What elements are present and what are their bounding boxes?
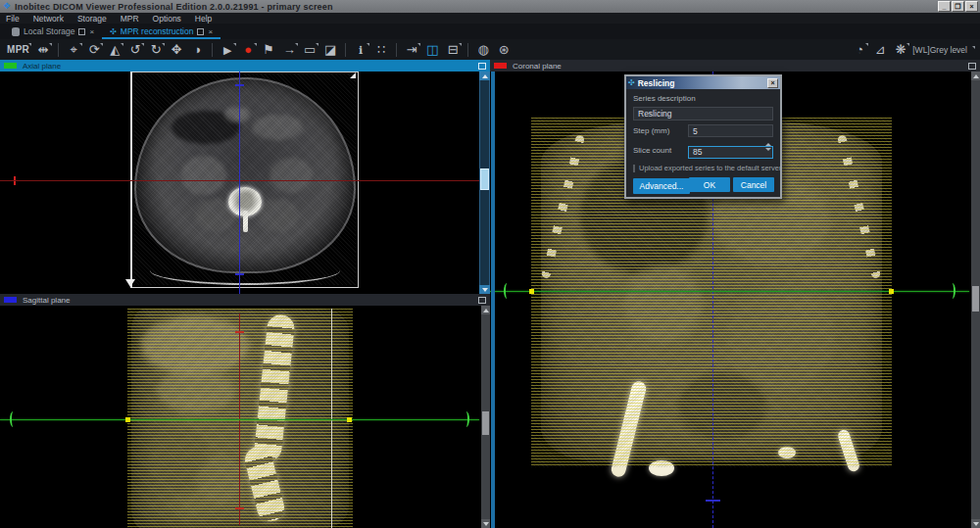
spin-up-icon[interactable] bbox=[765, 143, 771, 146]
axial-pane-title: Axial plane bbox=[23, 62, 61, 71]
maximize-button[interactable]: ❐ bbox=[952, 1, 964, 12]
coronal-plane-line[interactable] bbox=[0, 419, 479, 420]
scroll-down-icon[interactable] bbox=[479, 285, 490, 294]
scroll-down-icon[interactable] bbox=[971, 519, 980, 528]
menu-mpr[interactable]: MPR bbox=[121, 14, 139, 24]
axial-viewport[interactable] bbox=[0, 72, 490, 294]
menu-storage[interactable]: Storage bbox=[77, 14, 107, 24]
reslice-boundary-line bbox=[331, 309, 332, 528]
pane-splitter-highlight[interactable] bbox=[491, 72, 495, 528]
rotate-3d-icon[interactable]: ⟳ bbox=[85, 41, 103, 59]
window-controls: _ ❐ × bbox=[938, 1, 978, 12]
rotate-plane-handle[interactable] bbox=[504, 283, 511, 299]
close-tab-icon[interactable]: × bbox=[89, 28, 94, 35]
coronal-slice-scrollbar[interactable] bbox=[971, 72, 980, 528]
invert-icon[interactable]: ◑ bbox=[188, 41, 206, 59]
print-icon[interactable]: ⊟ bbox=[444, 41, 462, 59]
scroll-up-icon[interactable] bbox=[481, 306, 490, 314]
menu-network[interactable]: Network bbox=[33, 14, 64, 24]
record-icon[interactable]: ● bbox=[239, 41, 257, 59]
flip-horizontal-icon[interactable]: ◭ bbox=[106, 41, 123, 59]
close-tab-icon[interactable]: × bbox=[208, 28, 213, 35]
close-button[interactable]: × bbox=[965, 1, 978, 12]
axial-line-bracket bbox=[235, 507, 244, 509]
menu-help[interactable]: Help bbox=[195, 14, 212, 24]
rotate-plane-handle[interactable] bbox=[949, 283, 956, 299]
detach-tab-icon[interactable] bbox=[78, 28, 85, 35]
palette-icon[interactable]: ❋ bbox=[892, 41, 909, 59]
windowing-icon[interactable]: ◔ bbox=[851, 41, 868, 59]
dialog-title-bar[interactable]: ✣ Reslicing × bbox=[626, 76, 780, 89]
plane-resize-handle[interactable] bbox=[347, 417, 352, 422]
detach-tab-icon[interactable] bbox=[197, 28, 204, 35]
axial-plane-color-indicator bbox=[4, 63, 17, 69]
advanced-button[interactable]: Advanced... bbox=[633, 178, 690, 194]
reslice-icon[interactable]: ◫ bbox=[423, 41, 441, 59]
rotate-plane-handle[interactable] bbox=[463, 411, 469, 427]
location-pin-icon[interactable]: ⚑ bbox=[260, 41, 277, 59]
crosshair-pointer-icon[interactable]: ⌖ bbox=[65, 41, 82, 59]
coronal-pane-header[interactable]: Coronal plane bbox=[490, 60, 980, 72]
maximize-pane-icon[interactable] bbox=[968, 63, 976, 70]
sagittal-plane-color-indicator bbox=[4, 297, 17, 303]
arrow-annotation-icon[interactable]: → bbox=[280, 41, 298, 59]
play-icon[interactable]: ▶ bbox=[219, 41, 236, 59]
scrollbar-thumb[interactable] bbox=[480, 168, 489, 190]
mpr-mode-button[interactable]: MPR bbox=[5, 41, 31, 59]
title-bar: ❖ Inobitec DICOM Viewer Professional Edi… bbox=[0, 0, 980, 13]
reslicing-dialog: ✣ Reslicing × Series description Step (m… bbox=[624, 74, 782, 199]
dialog-title: Reslicing bbox=[638, 78, 675, 88]
volume-3d-icon[interactable]: ◍ bbox=[474, 41, 492, 59]
sagittal-plane-line[interactable] bbox=[239, 72, 240, 294]
scroll-down-icon[interactable] bbox=[481, 519, 490, 528]
scrollbar-thumb[interactable] bbox=[482, 411, 489, 435]
axial-slice-scrollbar[interactable] bbox=[479, 72, 490, 294]
maximize-pane-icon[interactable] bbox=[478, 297, 486, 304]
scroll-up-icon[interactable] bbox=[971, 72, 980, 80]
cancel-button[interactable]: Cancel bbox=[733, 177, 774, 192]
reslice-direction-arrow bbox=[125, 279, 135, 287]
export-icon[interactable]: ⇥ bbox=[403, 41, 420, 59]
upload-checkbox[interactable] bbox=[633, 165, 635, 172]
axial-plane-line[interactable] bbox=[490, 291, 969, 292]
menu-options[interactable]: Options bbox=[153, 14, 181, 24]
sagittal-slice-scrollbar[interactable] bbox=[481, 306, 490, 528]
step-input[interactable] bbox=[688, 124, 773, 137]
plane-resize-handle[interactable] bbox=[529, 289, 534, 294]
sagittal-viewport[interactable] bbox=[0, 306, 490, 528]
pan-icon[interactable]: ✥ bbox=[168, 41, 185, 59]
scroll-up-icon[interactable] bbox=[479, 72, 490, 80]
volume-core-icon[interactable]: ⊛ bbox=[495, 41, 513, 59]
tab-local-storage[interactable]: Local Storage × bbox=[4, 24, 102, 39]
eraser-icon[interactable]: ◪ bbox=[321, 41, 339, 59]
rotate-ccw-icon[interactable]: ↺ bbox=[126, 41, 144, 59]
series-description-input[interactable] bbox=[633, 107, 773, 120]
scrollbar-thumb[interactable] bbox=[972, 286, 979, 312]
coronal-plane-color-indicator bbox=[494, 63, 507, 69]
slice-count-input[interactable] bbox=[688, 146, 773, 159]
rotate-plane-handle[interactable] bbox=[10, 411, 17, 427]
window-level-selector[interactable]: [WL]Grey level bbox=[912, 45, 975, 55]
rotate-cw-icon[interactable]: ↻ bbox=[147, 41, 165, 59]
minimize-button[interactable]: _ bbox=[938, 1, 951, 12]
spheres-icon[interactable]: ∷ bbox=[372, 41, 390, 59]
axial-pane-header[interactable]: Axial plane bbox=[0, 60, 490, 72]
menu-file[interactable]: File bbox=[6, 14, 20, 24]
sagittal-pane: Sagittal plane bbox=[0, 294, 490, 528]
dialog-close-button[interactable]: × bbox=[767, 78, 778, 88]
spin-down-icon[interactable] bbox=[765, 148, 771, 151]
histogram-icon[interactable]: ⊿ bbox=[871, 41, 889, 59]
ruler-icon[interactable]: ▭ bbox=[301, 41, 318, 59]
plane-resize-handle[interactable] bbox=[125, 417, 130, 422]
maximize-pane-icon[interactable] bbox=[478, 63, 486, 70]
ok-button[interactable]: OK bbox=[689, 177, 730, 192]
tab-bar: Local Storage × ✣ MPR reconstruction × bbox=[0, 24, 980, 39]
menu-bar: File Network Storage MPR Options Help bbox=[0, 13, 980, 24]
fit-width-icon[interactable]: ⇹ bbox=[34, 41, 52, 59]
tab-local-storage-label: Local Storage bbox=[24, 26, 74, 36]
plane-resize-handle[interactable] bbox=[889, 289, 894, 294]
sagittal-pane-header[interactable]: Sagittal plane bbox=[0, 294, 490, 306]
tab-mpr-reconstruction[interactable]: ✣ MPR reconstruction × bbox=[102, 24, 220, 39]
axial-pane: Axial plane bbox=[0, 60, 490, 294]
info-icon[interactable]: ℹ bbox=[352, 41, 369, 59]
